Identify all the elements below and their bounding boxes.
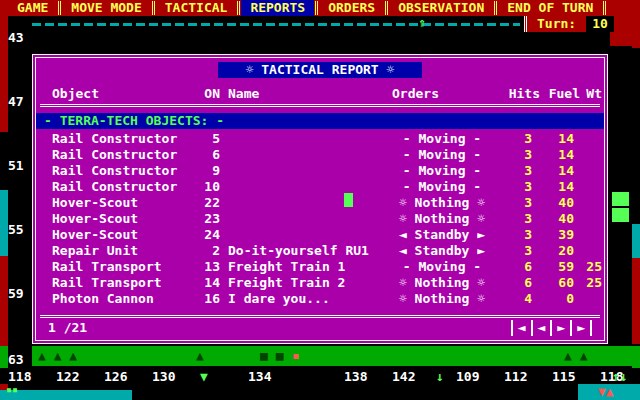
menu-separator	[603, 1, 606, 15]
dialog-title: ☼ TACTICAL REPORT ☼	[218, 62, 423, 78]
menu-item-orders[interactable]: ORDERS	[319, 0, 384, 16]
cell-object: Hover-Scout	[36, 195, 196, 211]
cell-hits: 3	[496, 147, 540, 163]
map-col-coord: 126	[104, 369, 127, 385]
cell-on: 6	[196, 147, 220, 163]
table-row[interactable]: Rail Constructor 5 - Moving - 3 14	[36, 131, 604, 147]
map-col-coord: 115	[552, 369, 575, 385]
table-row[interactable]: Photon Cannon 16 I dare you... ☼ Nothing…	[36, 291, 604, 307]
cell-wt	[584, 179, 604, 195]
map-col-coord: 109	[456, 369, 479, 385]
cell-name	[220, 179, 388, 195]
cell-name	[220, 211, 388, 227]
cell-fuel: 60	[540, 275, 584, 291]
map-edge-strip	[0, 16, 8, 132]
cell-wt: 25	[584, 259, 604, 275]
map-row-coord: 63	[8, 352, 24, 368]
cell-name	[220, 131, 388, 147]
menu-separator	[494, 1, 497, 15]
cell-on: 23	[196, 211, 220, 227]
menu-item-reports[interactable]: REPORTS	[241, 0, 314, 16]
table-row[interactable]: Rail Transport 14 Freight Train 2 ☼ Noth…	[36, 275, 604, 291]
table-row[interactable]: Hover-Scout 24 ◄ Standby ► 3 39	[36, 227, 604, 243]
cell-orders: - Moving -	[388, 179, 496, 195]
menu-separator	[315, 1, 318, 15]
table-row[interactable]: Rail Constructor 6 - Moving - 3 14	[36, 147, 604, 163]
cell-object: Rail Constructor	[36, 131, 196, 147]
menu-item-end-of-turn[interactable]: END OF TURN	[498, 0, 602, 16]
tree-icons: ▲ ▲	[564, 348, 587, 364]
map-col-coord: 130	[152, 369, 175, 385]
pager-first-button[interactable]: ◄	[511, 320, 531, 336]
pager: ◄ ◄ ► ►	[511, 320, 592, 336]
map-edge-strip	[0, 346, 8, 368]
menu-separator	[152, 1, 155, 15]
pager-last-button[interactable]: ►	[570, 320, 592, 336]
page-indicator: 1 /21	[48, 320, 87, 336]
menu-separator	[237, 1, 240, 15]
column-header-hits: Hits	[496, 86, 540, 102]
map-edge-strip	[632, 224, 640, 258]
cell-wt	[584, 243, 604, 259]
turn-indicator: Turn: 10	[524, 16, 640, 32]
table-row[interactable]: Rail Constructor 9 - Moving - 3 14	[36, 163, 604, 179]
cell-wt	[584, 291, 604, 307]
cell-on: 2	[196, 243, 220, 259]
cell-hits: 6	[496, 275, 540, 291]
column-header-name: Name	[220, 86, 388, 102]
cell-wt	[584, 147, 604, 163]
table-row[interactable]: Hover-Scout 23 ☼ Nothing ☼ 3 40	[36, 211, 604, 227]
map-edge-strip	[0, 390, 132, 400]
column-header-object: Object	[36, 86, 196, 102]
column-header-row: Object ON Name Orders Hits Fuel Wt	[36, 86, 604, 102]
cell-orders: ◄ Standby ►	[388, 227, 496, 243]
cell-name	[220, 147, 388, 163]
column-header-fuel: Fuel	[540, 86, 584, 102]
menu-item-move-mode[interactable]: MOVE MODE	[62, 0, 150, 16]
map-object-block	[612, 208, 629, 222]
tree-icon: ▲	[196, 348, 204, 364]
menu-item-game[interactable]: GAME	[8, 0, 57, 16]
menu-item-observation[interactable]: OBSERVATION	[389, 0, 493, 16]
cell-hits: 4	[496, 291, 540, 307]
cell-name	[220, 195, 388, 211]
map-row-coord: 51	[8, 158, 24, 174]
cell-hits: 3	[496, 195, 540, 211]
down-triangle-icon: ▼	[200, 369, 208, 385]
map-edge-strip	[0, 256, 8, 346]
map-border-top	[32, 23, 520, 26]
table-row[interactable]: Repair Unit 2 Do-it-yourself RU1 ◄ Stand…	[36, 243, 604, 259]
cell-wt	[584, 227, 604, 243]
cell-fuel: 40	[540, 211, 584, 227]
pager-next-button[interactable]: ►	[550, 320, 570, 336]
turn-value: 10	[586, 16, 614, 32]
cell-wt	[584, 195, 604, 211]
cell-name: I dare you...	[220, 291, 388, 307]
table-row[interactable]: Rail Transport 13 Freight Train 1 - Movi…	[36, 259, 604, 275]
cell-on: 10	[196, 179, 220, 195]
map-object-block	[612, 192, 629, 206]
cell-object: Photon Cannon	[36, 291, 196, 307]
menu-item-tactical[interactable]: TACTICAL	[156, 0, 237, 16]
cell-wt	[584, 211, 604, 227]
cell-hits: 3	[496, 163, 540, 179]
section-header-label: - TERRA-TECH OBJECTS: -	[44, 113, 224, 128]
cell-orders: ☼ Nothing ☼	[388, 291, 496, 307]
pager-prev-button[interactable]: ◄	[531, 320, 551, 336]
selection-cursor	[344, 193, 353, 207]
cell-wt: 25	[584, 275, 604, 291]
cell-orders: - Moving -	[388, 163, 496, 179]
column-header-orders: Orders	[388, 86, 496, 102]
table-row[interactable]: Hover-Scout 22 ☼ Nothing ☼ 3 40	[36, 195, 604, 211]
scroll-arrows-icon[interactable]: ▼▲	[598, 384, 614, 400]
cell-hits: 3	[496, 243, 540, 259]
cell-on: 14	[196, 275, 220, 291]
cell-object: Rail Transport	[36, 259, 196, 275]
cell-on: 9	[196, 163, 220, 179]
cell-object: Rail Transport	[36, 275, 196, 291]
cell-fuel: 14	[540, 131, 584, 147]
scroll-arrows-icon[interactable]: ↑↓	[612, 369, 628, 385]
table-row[interactable]: Rail Constructor 10 - Moving - 3 14	[36, 179, 604, 195]
cell-name	[220, 163, 388, 179]
building-icons: ■ ■	[260, 348, 283, 364]
